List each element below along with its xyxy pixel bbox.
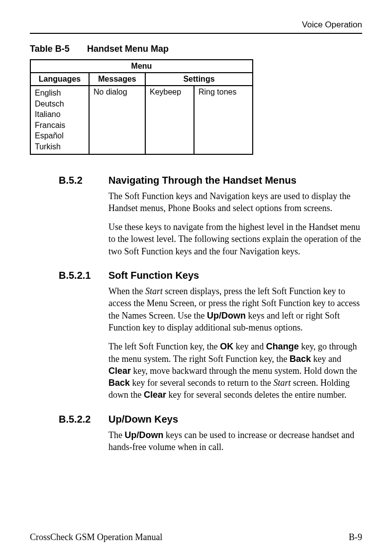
section-title: Up/Down Keys [108, 414, 178, 425]
section-b52: B.5.2 Navigating Through the Handset Men… [59, 175, 362, 257]
handset-menu-table: Menu Languages Messages Settings English… [30, 59, 253, 155]
paragraph: Use these keys to navigate from the high… [108, 221, 362, 257]
messages-cell: No dialog [89, 86, 145, 154]
paragraph: The left Soft Function key, the OK key a… [108, 340, 362, 401]
section-b521: B.5.2.1 Soft Function Keys When the Star… [59, 270, 362, 401]
lang-item: Italiano [35, 109, 85, 120]
footer-right: B-9 [349, 532, 362, 543]
section-title: Navigating Through the Handset Menus [108, 175, 296, 186]
section-title: Soft Function Keys [108, 270, 199, 281]
lang-item: Francais [35, 120, 85, 131]
section-number: B.5.2.2 [59, 414, 108, 425]
table-caption: Table B-5 Handset Menu Map [30, 44, 362, 54]
lang-item: Español [35, 130, 85, 141]
header-rule [30, 33, 362, 34]
paragraph: The Soft Function keys and Navigation ke… [108, 190, 362, 215]
column-settings: Settings [145, 73, 253, 86]
section-number: B.5.2.1 [59, 270, 108, 281]
paragraph: The Up/Down keys can be used to increase… [108, 429, 362, 453]
settings-cell-2: Ring tones [194, 86, 253, 154]
menu-header-cell: Menu [30, 60, 253, 73]
lang-item: English [35, 88, 85, 99]
table-title: Handset Menu Map [87, 44, 169, 54]
lang-item: Deutsch [35, 99, 85, 110]
table-number: Table B-5 [30, 44, 85, 54]
settings-cell-1: Keybeep [145, 86, 194, 154]
column-languages: Languages [30, 73, 89, 86]
running-header: Voice Operation [30, 20, 362, 30]
section-number: B.5.2 [59, 175, 108, 186]
languages-cell: English Deutsch Italiano Francais Españo… [30, 86, 89, 154]
paragraph: When the Start screen displays, press th… [108, 285, 362, 334]
section-b522: B.5.2.2 Up/Down Keys The Up/Down keys ca… [59, 414, 362, 453]
column-messages: Messages [89, 73, 145, 86]
footer-left: CrossCheck GSM Operation Manual [30, 532, 162, 543]
footer: CrossCheck GSM Operation Manual B-9 [30, 532, 362, 543]
page: Voice Operation Table B-5 Handset Menu M… [0, 0, 392, 560]
lang-item: Turkish [35, 141, 85, 152]
